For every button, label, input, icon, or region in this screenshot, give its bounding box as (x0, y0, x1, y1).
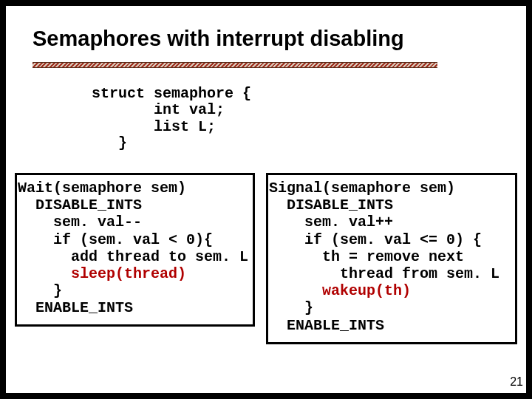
code-line: DISABLE_INTS (18, 197, 142, 214)
code-line-highlight: wakeup(th) (269, 282, 411, 299)
code-line: } (269, 299, 313, 316)
struct-code: struct semaphore { int val; list L; } (92, 86, 251, 152)
code-line: sem. val-- (18, 214, 142, 231)
code-line: if (sem. val < 0){ (18, 231, 213, 248)
code-line: th = remove next (269, 248, 464, 265)
title-divider (33, 62, 437, 68)
code-line: list L; (92, 118, 216, 135)
page-number: 21 (510, 375, 523, 389)
code-line: Signal(semaphore sem) (269, 180, 455, 197)
code-line: } (92, 134, 127, 151)
code-line: int val; (92, 101, 225, 118)
code-line: } (18, 282, 62, 299)
code-line: if (sem. val <= 0) { (269, 231, 482, 248)
code-line: ENABLE_INTS (269, 317, 384, 334)
code-line-highlight: sleep(thread) (18, 265, 186, 282)
code-line: struct semaphore { (92, 85, 251, 102)
signal-code-box: Signal(semaphore sem) DISABLE_INTS sem. … (266, 173, 517, 344)
slide: Semaphores with interrupt disabling stru… (6, 6, 526, 393)
code-line: Wait(semaphore sem) (18, 180, 186, 197)
code-line: add thread to sem. L (18, 248, 248, 265)
slide-title: Semaphores with interrupt disabling (33, 27, 404, 51)
code-line: sem. val++ (269, 214, 393, 231)
code-line: ENABLE_INTS (18, 299, 133, 316)
code-line: DISABLE_INTS (269, 197, 393, 214)
wait-code-box: Wait(semaphore sem) DISABLE_INTS sem. va… (15, 173, 255, 327)
code-line: thread from sem. L (269, 265, 499, 282)
